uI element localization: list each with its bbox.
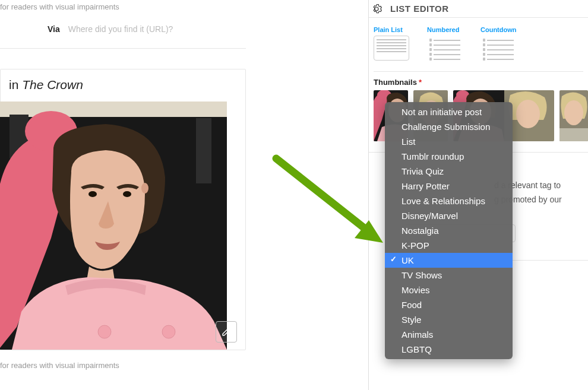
dropdown-item[interactable]: Style <box>385 312 513 327</box>
list-type-label: Plain List <box>374 26 413 33</box>
list-type-preview <box>427 36 463 61</box>
svg-point-6 <box>123 191 131 197</box>
alt-text-upper[interactable]: for readers with visual impairments <box>0 0 246 11</box>
alt-text-lower[interactable]: for readers with visual impairments <box>0 350 246 370</box>
svg-point-5 <box>88 191 97 197</box>
dropdown-item[interactable]: Animals <box>385 327 513 342</box>
dropdown-item[interactable]: Not an initiative post <box>385 104 513 119</box>
dropdown-item[interactable]: Challenge Submission <box>385 119 513 134</box>
pencil-icon <box>222 327 231 337</box>
required-asterisk: * <box>419 78 422 87</box>
svg-point-9 <box>141 183 148 194</box>
svg-point-8 <box>162 325 175 338</box>
thumbnail-4[interactable] <box>559 90 588 141</box>
dropdown-item[interactable]: Tumblr roundup <box>385 149 513 164</box>
dropdown-item[interactable]: Disney/Marvel <box>385 208 513 223</box>
edit-image-button[interactable] <box>216 321 237 343</box>
portrait-illustration <box>0 102 227 350</box>
dropdown-item[interactable]: LGBTQ <box>385 342 513 357</box>
svg-point-20 <box>516 100 540 128</box>
headline-title: The Crown <box>22 78 83 91</box>
headline-prefix: in <box>9 78 22 91</box>
card-image[interactable] <box>0 102 227 350</box>
dropdown-item[interactable]: UK <box>385 253 513 268</box>
dropdown-item[interactable]: Love & Relationships <box>385 194 513 208</box>
initiative-tag-dropdown[interactable]: Not an initiative postChallenge Submissi… <box>385 102 513 359</box>
dropdown-item[interactable]: Food <box>385 297 513 312</box>
via-label: Via <box>48 24 60 34</box>
list-type-preview <box>480 36 516 61</box>
svg-point-22 <box>564 100 583 125</box>
panel-header: LIST EDITOR <box>369 0 588 18</box>
via-url-input[interactable]: Where did you find it (URL)? <box>68 24 246 34</box>
dropdown-item[interactable]: Nostalgia <box>385 223 513 238</box>
svg-point-7 <box>98 325 111 338</box>
via-row: Via Where did you find it (URL)? <box>0 11 246 48</box>
thumbnails-label: Thumbnails* <box>374 78 583 87</box>
left-editor-column: for readers with visual impairments Via … <box>0 0 246 390</box>
dropdown-item[interactable]: List <box>385 134 513 149</box>
dropdown-item[interactable]: K-POP <box>385 238 513 253</box>
list-type-label: Numbered <box>427 26 466 33</box>
list-type-plain[interactable]: Plain List <box>374 26 413 61</box>
svg-rect-1 <box>0 102 227 117</box>
content-card: in The Crown <box>0 69 246 350</box>
dropdown-item[interactable]: Movies <box>385 283 513 297</box>
dropdown-item[interactable]: Harry Potter <box>385 179 513 194</box>
list-type-label: Countdown <box>480 26 520 33</box>
list-type-countdown[interactable]: Countdown <box>480 26 520 61</box>
list-type-preview <box>374 36 409 61</box>
gear-icon[interactable] <box>371 4 382 14</box>
list-type-numbered[interactable]: Numbered <box>427 26 466 61</box>
card-headline[interactable]: in The Crown <box>1 69 245 102</box>
divider <box>0 48 246 49</box>
dropdown-item[interactable]: TV Shows <box>385 268 513 283</box>
list-type-selector: Plain ListNumberedCountdown <box>369 18 588 71</box>
svg-line-24 <box>276 158 366 230</box>
panel-title: LIST EDITOR <box>390 4 449 14</box>
dropdown-item[interactable]: Trivia Quiz <box>385 164 513 179</box>
svg-rect-23 <box>559 128 588 141</box>
thumbnails-label-text: Thumbnails <box>374 78 417 87</box>
svg-rect-3 <box>196 118 211 183</box>
card-image-wrap <box>1 102 245 350</box>
